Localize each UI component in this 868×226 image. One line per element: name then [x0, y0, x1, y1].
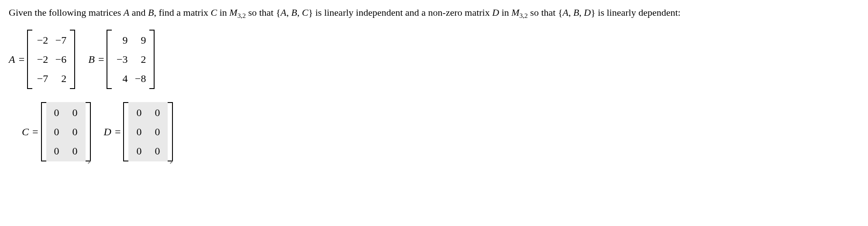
matrix-cell: −2	[36, 51, 48, 67]
var-B: B	[148, 7, 154, 18]
bracket-right-icon	[149, 30, 155, 89]
equals-sign: =	[115, 124, 121, 140]
text: Given the following matrices	[9, 7, 124, 18]
matrix-cell[interactable]: 0	[151, 124, 163, 140]
matrix-C-label: C	[22, 124, 29, 140]
answer-matrices-row: C = 0 0 0 0 0 0 D = 0 0 0 0 0 0	[22, 102, 859, 161]
matrix-cell: −3	[115, 51, 127, 67]
matrix-cell: 2	[134, 51, 146, 67]
var-B: B	[573, 7, 579, 18]
bracket-right-icon	[86, 102, 91, 161]
matrix-cell: −7	[54, 32, 66, 48]
var-A: A	[562, 7, 568, 18]
space-M: M	[511, 7, 519, 18]
matrix-B-label: B	[88, 51, 95, 67]
text: so that	[246, 7, 276, 18]
matrix-cell: 9	[134, 32, 146, 48]
comma: ,	[286, 7, 291, 18]
matrix-A-content: −2 −7 −2 −6 −7 2	[32, 30, 70, 89]
matrix-A-label: A	[9, 51, 15, 67]
matrix-B: 9 9 −3 2 4 −8	[107, 30, 155, 89]
matrix-cell: 9	[115, 32, 127, 48]
matrix-cell[interactable]: 0	[69, 124, 81, 140]
text: , find a matrix	[154, 7, 210, 18]
var-A: A	[124, 7, 129, 18]
matrix-cell[interactable]: 0	[69, 105, 81, 120]
matrix-cell[interactable]: 0	[151, 105, 163, 120]
brace: {	[558, 7, 563, 18]
bracket-left-icon	[41, 102, 46, 161]
matrix-A: −2 −7 −2 −6 −7 2	[27, 30, 75, 89]
brace: {	[276, 7, 281, 18]
var-A: A	[281, 7, 286, 18]
var-B: B	[291, 7, 297, 18]
bracket-right-icon	[168, 102, 173, 161]
problem-statement: Given the following matrices A and B, fi…	[9, 5, 859, 21]
matrix-cell: −6	[54, 51, 66, 67]
matrix-cell[interactable]: 0	[51, 143, 63, 159]
matrix-cell: 4	[115, 71, 127, 86]
text: and	[129, 7, 148, 18]
comma: ,	[579, 7, 584, 18]
matrix-cell[interactable]: 0	[133, 124, 145, 140]
matrix-cell: −8	[134, 71, 146, 86]
text: in	[499, 7, 511, 18]
given-matrices-row: A = −2 −7 −2 −6 −7 2 B = 9 9 −3 2 4 −8	[9, 30, 859, 89]
brace: }	[591, 7, 596, 18]
bracket-left-icon	[123, 102, 128, 161]
equals-sign: =	[32, 124, 38, 140]
equals-sign: =	[98, 51, 104, 67]
matrix-D-label: D	[104, 124, 111, 140]
brace: }	[308, 7, 313, 18]
text: so that	[528, 7, 558, 18]
matrix-B-content: 9 9 −3 2 4 −8	[112, 30, 149, 89]
var-C: C	[211, 7, 217, 18]
subscript: 3,2	[238, 12, 246, 19]
text: is linearly dependent:	[596, 7, 681, 18]
matrix-cell: −2	[36, 32, 48, 48]
var-D: D	[584, 7, 591, 18]
matrix-cell[interactable]: 0	[133, 143, 145, 159]
matrix-cell[interactable]: 0	[69, 143, 81, 159]
matrix-C-content: 0 0 0 0 0 0	[46, 102, 86, 161]
equals-sign: =	[19, 51, 25, 67]
text: is linearly independent and a non-zero m…	[313, 7, 493, 18]
matrix-cell: −7	[36, 71, 48, 86]
matrix-cell[interactable]: 0	[151, 143, 163, 159]
matrix-D-input[interactable]: 0 0 0 0 0 0	[123, 102, 173, 161]
space-M: M	[229, 7, 237, 18]
text: in	[217, 7, 229, 18]
matrix-cell[interactable]: 0	[51, 105, 63, 120]
comma: ,	[568, 7, 573, 18]
bracket-right-icon	[70, 30, 75, 89]
matrix-cell[interactable]: 0	[133, 105, 145, 120]
var-C: C	[302, 7, 308, 18]
bracket-left-icon	[107, 30, 112, 89]
subscript: 3,2	[520, 12, 528, 19]
bracket-left-icon	[27, 30, 32, 89]
comma: ,	[297, 7, 302, 18]
var-D: D	[492, 7, 499, 18]
matrix-cell: 2	[54, 71, 66, 86]
matrix-cell[interactable]: 0	[51, 124, 63, 140]
matrix-C-input[interactable]: 0 0 0 0 0 0	[41, 102, 91, 161]
matrix-D-content: 0 0 0 0 0 0	[128, 102, 168, 161]
